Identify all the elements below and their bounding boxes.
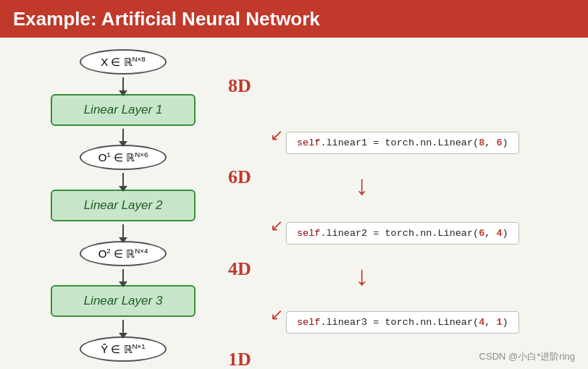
big-arrow-1: ↓ bbox=[355, 171, 369, 199]
flowchart: X ∈ ℝN×8 Linear Layer 1 O1 ∈ ℝN×6 Linear… bbox=[14, 45, 232, 362]
input-node: X ∈ ℝN×8 bbox=[80, 49, 167, 75]
layer2-box: Linear Layer 2 bbox=[51, 190, 196, 221]
code-box-1: self.linear1 = torch.nn.Linear(8, 6) bbox=[286, 132, 519, 154]
arrow-indicator-2: ↙ bbox=[270, 216, 283, 235]
dim-label-1d: 1D bbox=[228, 349, 251, 369]
dim-labels-container: 8D 6D 4D 1D bbox=[224, 38, 275, 369]
layer1-box: Linear Layer 1 bbox=[51, 94, 196, 126]
page-header: Example: Artificial Neural Network bbox=[0, 0, 588, 38]
arrow-4 bbox=[122, 224, 124, 238]
dim-label-8d: 8D bbox=[228, 75, 251, 97]
code-box-2: self.linear2 = torch.nn.Linear(6, 4) bbox=[286, 222, 519, 245]
output3-node: Ŷ ∈ ℝN×1 bbox=[80, 336, 167, 362]
dim-label-4d: 4D bbox=[228, 258, 251, 280]
code-box-3: self.linear3 = torch.nn.Linear(4, 1) bbox=[286, 311, 519, 334]
arrow-indicator-3: ↙ bbox=[270, 305, 283, 324]
page-title: Example: Artificial Neural Network bbox=[13, 8, 320, 30]
arrow-6 bbox=[122, 320, 124, 334]
arrow-2 bbox=[122, 129, 124, 143]
dim-label-6d: 6D bbox=[228, 166, 251, 188]
layer3-box: Linear Layer 3 bbox=[51, 285, 196, 317]
arrow-indicator-1: ↙ bbox=[270, 126, 283, 145]
arrow-3 bbox=[122, 173, 124, 187]
watermark: CSDN @小白*进阶ring bbox=[479, 350, 575, 363]
main-content: X ∈ ℝN×8 Linear Layer 1 O1 ∈ ℝN×6 Linear… bbox=[0, 38, 588, 369]
output1-node: O1 ∈ ℝN×6 bbox=[80, 145, 167, 170]
output2-node: O2 ∈ ℝN×4 bbox=[80, 241, 167, 266]
big-arrow-2: ↓ bbox=[355, 262, 369, 289]
arrow-1 bbox=[122, 77, 124, 91]
arrow-5 bbox=[122, 269, 124, 283]
